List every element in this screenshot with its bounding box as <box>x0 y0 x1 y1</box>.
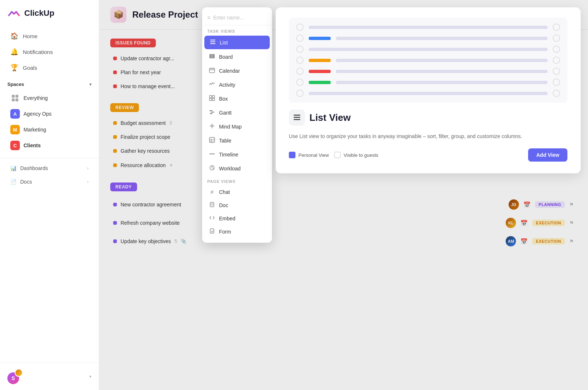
sidebar-item-dashboards[interactable]: 📊 Dashboards › <box>3 162 96 175</box>
view-label-mindmap: Mind Map <box>219 124 241 130</box>
spaces-section-header[interactable]: Spaces ▾ <box>0 76 99 90</box>
everything-grid-icon <box>10 93 20 103</box>
preview-description: Use List view to organize your tasks in … <box>289 132 567 140</box>
svg-rect-38 <box>210 229 214 233</box>
svg-rect-14 <box>209 95 212 98</box>
sidebar-item-everything[interactable]: Everything <box>3 90 96 106</box>
sidebar-item-agency-ops[interactable]: A Agency Ops <box>3 106 96 122</box>
svg-point-21 <box>211 125 213 127</box>
lp-bar-blue <box>309 37 331 40</box>
visible-guests-label: Visible to guests <box>344 152 378 158</box>
svg-rect-6 <box>210 43 215 44</box>
svg-rect-41 <box>294 119 300 120</box>
spaces-list: Everything A Agency Ops M Marketing C Cl… <box>0 90 99 154</box>
personal-view-checkbox[interactable] <box>289 152 295 158</box>
lp-circle <box>296 57 304 64</box>
view-label-form: Form <box>219 229 231 235</box>
bell-icon: 🔔 <box>10 48 18 56</box>
lp-circle <box>553 90 560 97</box>
user-profile[interactable]: S ▾ <box>0 362 99 390</box>
add-view-button[interactable]: Add View <box>528 148 567 162</box>
svg-rect-20 <box>210 113 212 114</box>
svg-rect-3 <box>15 98 18 101</box>
view-label-chat: Chat <box>219 189 230 195</box>
calendar-small-icon <box>209 67 215 74</box>
lp-circle <box>296 35 304 42</box>
view-option-mindmap[interactable]: Mind Map <box>204 120 270 133</box>
sidebar-item-goals[interactable]: 🏆 Goals <box>3 60 96 75</box>
lp-bar <box>336 37 548 40</box>
spaces-chevron-icon: ▾ <box>89 82 92 87</box>
lp-circle <box>296 90 304 97</box>
view-option-list[interactable]: List <box>204 36 270 49</box>
spaces-label: Spaces <box>7 82 24 87</box>
svg-point-31 <box>210 154 211 155</box>
view-label-timeline: Timeline <box>219 152 238 158</box>
sidebar-item-clients[interactable]: C Clients <box>3 138 96 153</box>
docs-label: Docs <box>20 179 32 185</box>
view-option-doc[interactable]: Doc <box>204 199 270 212</box>
view-option-workload[interactable]: Workload <box>204 162 270 175</box>
view-option-box[interactable]: Box <box>204 92 270 105</box>
clients-avatar: C <box>10 141 20 150</box>
visible-to-guests[interactable]: Visible to guests <box>334 152 378 158</box>
view-label-doc: Doc <box>219 202 228 208</box>
svg-rect-1 <box>15 95 18 98</box>
clients-label: Clients <box>24 142 41 148</box>
lp-bar <box>309 48 548 51</box>
lp-bar <box>309 26 548 29</box>
view-option-table[interactable]: Table <box>204 134 270 147</box>
board-icon <box>209 53 215 60</box>
dashboards-label: Dashboards <box>20 165 48 171</box>
sidebar-item-home-label: Home <box>23 33 37 39</box>
main-content: 📦 Release Project ISSUES FOUND Update co… <box>99 0 588 390</box>
view-option-board[interactable]: Board <box>204 50 270 64</box>
user-chevron-icon: ▾ <box>89 374 92 379</box>
visible-guests-checkbox[interactable] <box>334 152 341 158</box>
view-label-workload: Workload <box>219 166 241 171</box>
table-icon <box>209 137 215 144</box>
box-icon <box>209 95 215 102</box>
user-avatar-wrap: S <box>7 369 23 384</box>
view-label-board: Board <box>219 54 233 60</box>
svg-rect-17 <box>212 98 215 101</box>
svg-rect-39 <box>294 115 300 116</box>
view-dropdown: ≡ TASK VIEWS List Board Calendar <box>202 7 272 243</box>
chat-icon: # <box>209 189 215 195</box>
view-name-input[interactable] <box>213 15 267 21</box>
agency-ops-avatar: A <box>10 109 20 119</box>
lp-bar <box>309 92 548 95</box>
view-option-calendar[interactable]: Calendar <box>204 64 270 77</box>
marketing-avatar: M <box>10 125 20 134</box>
gantt-icon <box>209 109 215 116</box>
view-option-chat[interactable]: # Chat <box>204 185 270 198</box>
list-preview-illustration <box>289 18 567 103</box>
timeline-icon <box>209 151 215 158</box>
view-option-activity[interactable]: Activity <box>204 78 270 91</box>
embed-icon <box>209 215 215 221</box>
view-option-timeline[interactable]: Timeline <box>204 148 270 161</box>
svg-rect-2 <box>12 98 15 101</box>
view-label-embed: Embed <box>219 216 235 221</box>
view-label-calendar: Calendar <box>219 68 240 74</box>
lp-circle <box>553 35 560 42</box>
dropdown-search: ≡ <box>202 12 272 25</box>
view-option-embed[interactable]: Embed <box>204 212 270 225</box>
svg-rect-7 <box>209 54 211 58</box>
view-option-gantt[interactable]: Gantt <box>204 106 270 119</box>
svg-rect-35 <box>210 202 214 207</box>
sidebar-item-home[interactable]: 🏠 Home <box>3 28 96 44</box>
logo[interactable]: ClickUp <box>0 7 99 28</box>
lp-circle <box>296 68 304 75</box>
mindmap-icon <box>209 123 215 130</box>
dashboards-icon: 📊 <box>10 165 17 171</box>
svg-rect-4 <box>210 40 215 40</box>
sidebar-item-docs[interactable]: 📄 Docs › <box>3 175 96 188</box>
personal-view-toggle[interactable]: Personal View <box>289 152 329 158</box>
sidebar-item-marketing[interactable]: M Marketing <box>3 122 96 137</box>
lp-circle <box>296 46 304 53</box>
view-option-form[interactable]: Form <box>204 225 270 238</box>
svg-rect-8 <box>211 54 213 58</box>
sidebar-item-notifications[interactable]: 🔔 Notifications <box>3 44 96 59</box>
docs-chevron-icon: › <box>87 179 89 184</box>
